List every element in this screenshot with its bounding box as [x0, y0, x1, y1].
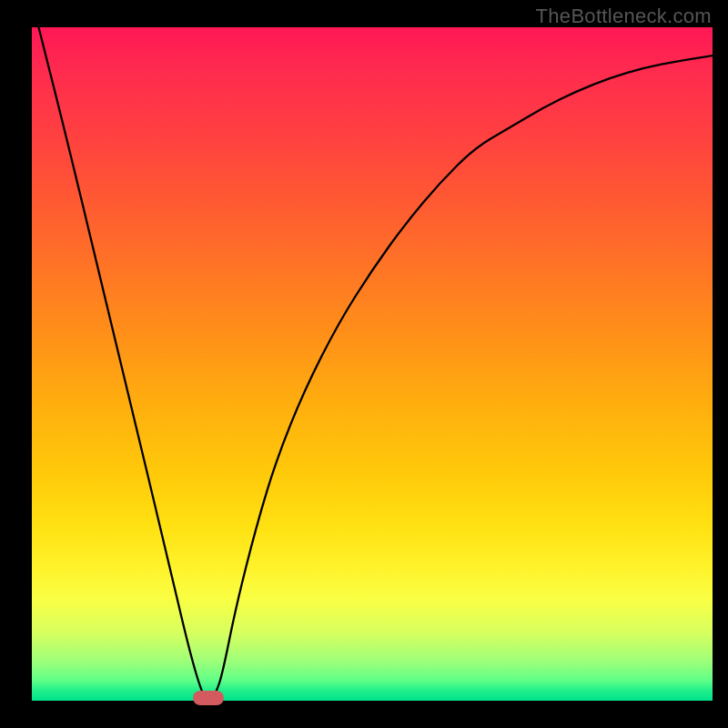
chart-plot-area: [32, 27, 713, 701]
bottleneck-curve-path: [38, 27, 713, 699]
watermark-text: TheBottleneck.com: [536, 5, 712, 28]
curve-svg: [32, 27, 713, 701]
minimum-marker: [193, 691, 224, 705]
